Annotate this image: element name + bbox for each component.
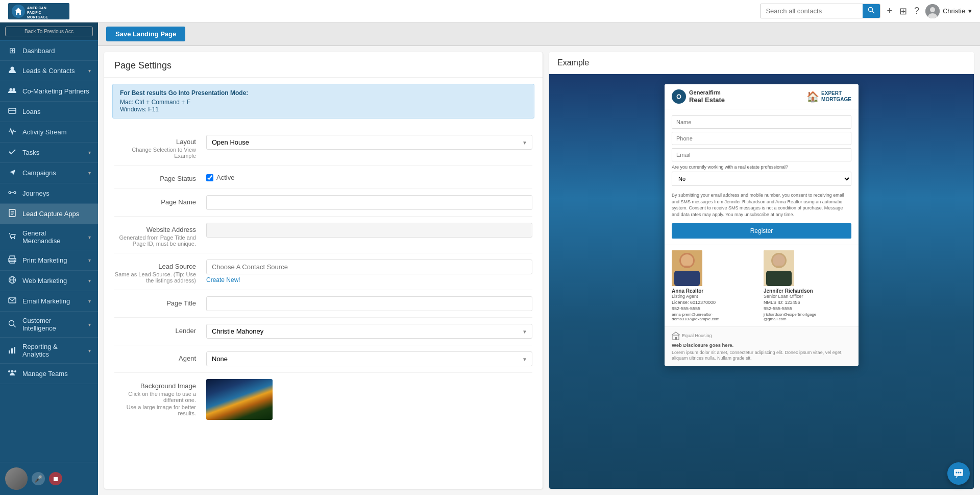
sidebar-item-dashboard[interactable]: ⊞ Dashboard — [0, 41, 98, 61]
sidebar-item-journeys[interactable]: Journeys — [0, 183, 98, 204]
stop-icon[interactable]: ⏹ — [49, 472, 62, 485]
svg-point-14 — [9, 192, 11, 194]
save-landing-page-button[interactable]: Save Landing Page — [106, 27, 185, 41]
chat-widget[interactable] — [947, 462, 970, 485]
jennifer-email: jrichardson@expertmortgage@gmail.com — [764, 312, 851, 321]
sidebar-item-reporting-analytics[interactable]: Reporting & Analytics ▾ — [0, 338, 98, 364]
content-toolbar: Save Landing Page — [98, 22, 980, 46]
lp-name-input[interactable] — [672, 115, 851, 129]
lender-label: Lender — [114, 324, 196, 335]
search-button[interactable] — [863, 4, 880, 18]
lp-phone-input[interactable] — [672, 132, 851, 145]
svg-point-34 — [11, 370, 14, 373]
layout-select[interactable]: Open House Generic Refinance Purchase — [206, 135, 532, 150]
sidebar-item-campaigns[interactable]: Campaigns ▾ — [0, 163, 98, 183]
jennifer-photo — [764, 250, 794, 286]
sidebar-item-email-marketing[interactable]: Email Marketing ▾ — [0, 291, 98, 312]
reporting-icon — [7, 346, 17, 356]
example-panel: Example — [549, 52, 974, 489]
lender-row: Lender Christie Mahoney Other Lender — [114, 318, 532, 345]
tasks-icon — [7, 148, 17, 157]
chevron-down-icon: ▾ — [88, 348, 91, 353]
search-input[interactable] — [761, 5, 863, 17]
page-name-row: Page Name — [114, 189, 532, 217]
svg-point-52 — [956, 472, 958, 474]
lead-source-sublabel: Same as Lead Source. (Tip: Use the listi… — [114, 271, 196, 284]
merchandise-icon — [7, 232, 17, 242]
agent-select[interactable]: None Agent 1 — [206, 351, 532, 366]
user-name: Christie — [943, 7, 965, 15]
svg-point-47 — [773, 254, 785, 267]
back-button[interactable]: Back To Previous Acc — [5, 27, 93, 36]
disclosure-heading: Web Disclosure goes here. — [672, 342, 851, 348]
campaigns-icon — [7, 168, 17, 178]
mic-icon[interactable]: 🎤 — [32, 472, 45, 485]
svg-rect-12 — [9, 108, 16, 113]
lead-source-label: Lead Source Same as Lead Source. (Tip: U… — [114, 260, 196, 284]
lp-footer: = Equal Housing Web Disclosure goes here… — [665, 326, 859, 366]
lender-select[interactable]: Christie Mahoney Other Lender — [206, 324, 532, 339]
topbar-actions: + ⊞ ? — [887, 6, 919, 17]
panel-header: Page Settings — [104, 52, 543, 78]
lp-register-button[interactable]: Register — [672, 223, 851, 239]
svg-line-5 — [872, 11, 875, 14]
sidebar-item-leads-contacts[interactable]: Leads & Contacts ▾ — [0, 61, 98, 81]
sidebar-item-customer-intelligence[interactable]: Customer Intelligence ▾ — [0, 312, 98, 338]
sidebar-item-general-merchandise[interactable]: General Merchandise ▾ — [0, 224, 98, 250]
sidebar-item-loans[interactable]: Loans — [0, 102, 98, 122]
page-name-input[interactable] — [206, 195, 532, 210]
sidebar-item-tasks[interactable]: Tasks ▾ — [0, 143, 98, 163]
page-title-input[interactable] — [206, 296, 532, 311]
sidebar-item-label: General Merchandise — [22, 229, 83, 245]
website-address-control — [206, 223, 532, 238]
website-address-input[interactable] — [206, 223, 532, 238]
lead-source-input[interactable] — [206, 260, 532, 274]
svg-rect-32 — [11, 348, 13, 353]
grid-icon[interactable]: ⊞ — [899, 6, 907, 17]
lp-logo-right: 🏠 EXPERT MORTGAGE — [806, 90, 851, 103]
sidebar: Back To Previous Acc ⊞ Dashboard Leads &… — [0, 22, 98, 495]
info-windows: Windows: F11 — [120, 106, 159, 113]
panel-title: Page Settings — [114, 60, 532, 71]
active-checkbox-label[interactable]: Active — [206, 172, 532, 181]
svg-text:=: = — [673, 339, 675, 340]
lp-form-area: Are you currently working with a real es… — [665, 109, 859, 244]
lp-email-input[interactable] — [672, 148, 851, 161]
bg-sublabel2: Use a large image for better results. — [114, 404, 196, 416]
anna-title: Listing Agent — [672, 294, 760, 299]
lender-select-wrapper: Christie Mahoney Other Lender — [206, 324, 532, 339]
chevron-down-icon: ▾ — [88, 257, 91, 263]
web-icon — [7, 276, 17, 286]
sidebar-item-activity-stream[interactable]: Activity Stream — [0, 122, 98, 143]
sidebar-item-co-marketing[interactable]: Co-Marketing Partners — [0, 81, 98, 102]
lead-source-row: Lead Source Same as Lead Source. (Tip: U… — [114, 253, 532, 290]
sidebar-item-manage-teams[interactable]: Manage Teams — [0, 364, 98, 384]
chevron-down-icon: ▾ — [88, 150, 91, 155]
lead-source-control: Create New! — [206, 260, 532, 284]
svg-text:MORTGAGE: MORTGAGE — [27, 15, 48, 19]
add-icon[interactable]: + — [887, 6, 892, 16]
active-checkbox[interactable] — [206, 174, 213, 181]
sidebar-footer: 🎤 ⏹ — [0, 462, 98, 495]
lp-mortgage: MORTGAGE — [821, 97, 851, 103]
avatar — [925, 4, 940, 18]
svg-point-39 — [677, 95, 680, 98]
sidebar-item-lead-capture-apps[interactable]: Lead Capture Apps — [0, 204, 98, 224]
form-section: Layout Change Selection to View Example … — [104, 125, 543, 430]
sidebar-nav: ⊞ Dashboard Leads & Contacts ▾ Co-Market… — [0, 41, 98, 462]
page-status-label: Page Status — [114, 172, 196, 182]
svg-point-11 — [13, 88, 15, 91]
lead-capture-icon — [7, 209, 17, 219]
lp-realtor-select[interactable]: No Yes — [672, 172, 851, 186]
user-menu[interactable]: Christie ▾ — [925, 4, 972, 18]
lp-company-name: Generalfirm — [689, 89, 725, 96]
agent-select-wrapper: None Agent 1 — [206, 351, 532, 366]
sidebar-item-label: Loans — [22, 108, 91, 115]
help-icon[interactable]: ? — [914, 6, 919, 16]
sidebar-item-print-marketing[interactable]: Print Marketing ▾ — [0, 250, 98, 271]
create-new-link[interactable]: Create New! — [206, 276, 532, 284]
background-image-preview[interactable] — [206, 379, 273, 420]
search-bar[interactable] — [760, 4, 880, 18]
agent-row: Agent None Agent 1 — [114, 345, 532, 373]
sidebar-item-web-marketing[interactable]: Web Marketing ▾ — [0, 271, 98, 291]
